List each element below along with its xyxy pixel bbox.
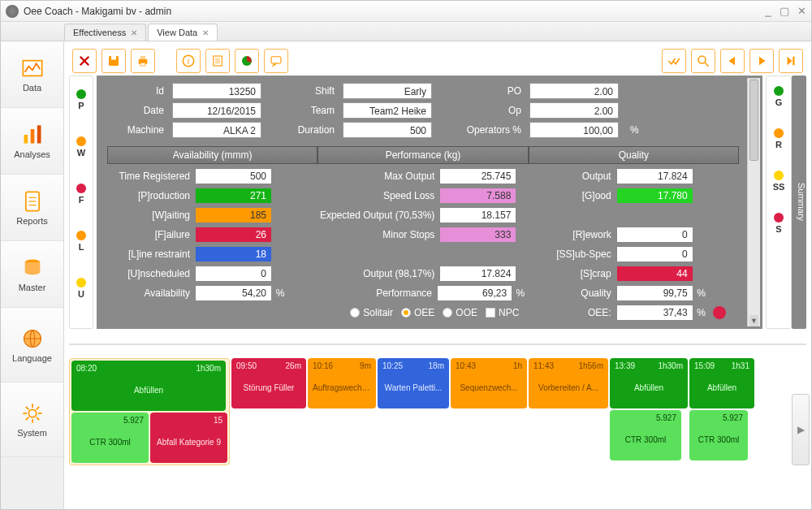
availability-val[interactable]: 54,20 (195, 285, 272, 301)
line-restraint-val[interactable]: 18 (195, 246, 272, 262)
tab-close-icon[interactable]: ✕ (131, 28, 137, 37)
scroll-down-icon[interactable]: ▼ (749, 315, 758, 326)
rework-val[interactable]: 0 (616, 227, 693, 243)
save-button[interactable] (102, 49, 126, 73)
timeline-block[interactable]: 11:431h56mVorbereiten / A... (529, 358, 608, 408)
scroll-thumb[interactable] (749, 80, 758, 161)
performance-val[interactable]: 69,23 (437, 285, 512, 301)
nav-reports[interactable]: Reports (1, 175, 63, 241)
radio-ooe[interactable]: OOE (443, 307, 477, 318)
timeline-next-button[interactable]: ▶ (792, 394, 810, 465)
production-val[interactable]: 271 (195, 188, 272, 204)
svg-rect-24 (140, 56, 145, 59)
dot-s[interactable]: S (774, 213, 784, 234)
speed-loss[interactable]: 7.588 (439, 188, 516, 204)
comment-button[interactable] (264, 49, 288, 73)
timeline-block[interactable]: 10:169mAuftragswechs... (308, 358, 376, 408)
scrollbar[interactable]: ▲ ▼ (747, 78, 760, 326)
timeline-sub-block[interactable]: 5.927CTR 300ml (610, 410, 681, 460)
tab-view-data[interactable]: View Data ✕ (148, 24, 218, 41)
subspec-val[interactable]: 0 (616, 246, 693, 262)
timeline-group[interactable]: 10:2518mWarten Paletti... (378, 358, 449, 465)
timeline-group[interactable]: 10:169mAuftragswechs... (308, 358, 376, 465)
svg-point-10 (28, 409, 36, 417)
dot-l[interactable]: L (76, 231, 86, 252)
po-field[interactable]: 2.00 (529, 83, 619, 99)
dot-r[interactable]: R (774, 128, 784, 149)
perf-output[interactable]: 17.824 (439, 266, 516, 282)
svg-marker-37 (759, 57, 766, 66)
summary-tab[interactable]: Summary (792, 76, 806, 329)
check-npc[interactable]: NPC (486, 307, 519, 318)
failure-val[interactable]: 26 (195, 227, 272, 243)
timeline-block[interactable]: 09:5026mStörung Füller (231, 358, 306, 408)
timeline-sub-block[interactable]: 5.927CTR 300ml (71, 413, 149, 463)
timeline-group[interactable]: 08:201h30mAbfüllen5.927CTR 300ml15Abfall… (69, 358, 230, 465)
timeline-sub-block[interactable]: 15Abfall Kategorie 9 (150, 413, 227, 463)
good-val[interactable]: 17.780 (616, 188, 693, 204)
info-button[interactable]: i (176, 49, 201, 73)
dot-g[interactable]: G (774, 86, 784, 107)
close-icon[interactable]: ✕ (797, 5, 806, 17)
end-button[interactable] (779, 49, 803, 73)
search-button[interactable] (691, 49, 715, 73)
timeline-group[interactable]: 10:431hSequenzwech... (451, 358, 527, 465)
tab-close-icon[interactable]: ✕ (202, 28, 209, 37)
prev-button[interactable] (720, 49, 745, 73)
timeline-group[interactable]: 15:091h31Abfüllen5.927CTR 300ml (689, 358, 754, 465)
nav-data[interactable]: Data (1, 41, 63, 108)
dot-w[interactable]: W (76, 136, 86, 158)
timeline-block[interactable]: 10:431hSequenzwech... (451, 358, 527, 408)
close-button[interactable] (72, 49, 97, 73)
team-field[interactable]: Team2 Heike (343, 102, 432, 119)
waiting-val[interactable]: 185 (195, 207, 272, 223)
time-registered[interactable]: 500 (195, 168, 272, 184)
timeline-group[interactable]: 09:5026mStörung Füller (231, 358, 306, 465)
timeline-block[interactable]: 13:391h30mAbfüllen (610, 358, 688, 408)
scrap-val[interactable]: 44 (616, 266, 693, 282)
confirm-button[interactable] (662, 49, 686, 73)
q-output[interactable]: 17.824 (616, 168, 693, 184)
nav-system[interactable]: System (1, 382, 63, 457)
tab-label: Effectiveness (73, 28, 126, 37)
duration-field[interactable]: 500 (343, 122, 432, 138)
shift-field[interactable]: Early (343, 83, 432, 99)
minor-stops[interactable]: 333 (439, 227, 516, 243)
print-button[interactable] (131, 49, 155, 73)
dot-ss[interactable]: SS (773, 171, 785, 192)
svg-rect-3 (37, 125, 41, 143)
timeline-block[interactable]: 15:091h31Abfüllen (689, 358, 754, 408)
svg-rect-1 (24, 135, 28, 144)
expected-output[interactable]: 18.157 (439, 207, 516, 223)
timeline-sub-block[interactable]: 5.927CTR 300ml (689, 410, 748, 460)
operators-pct-field[interactable]: 100,00 (529, 122, 619, 138)
tab-effectiveness[interactable]: Effectiveness ✕ (64, 24, 146, 41)
dot-p[interactable]: P (76, 89, 86, 110)
radio-oee[interactable]: OEE (401, 307, 434, 318)
op-field[interactable]: 2.00 (529, 102, 619, 119)
timeline-block[interactable]: 10:2518mWarten Paletti... (378, 358, 449, 408)
oee-total[interactable]: 37,43 (616, 305, 693, 321)
notes-button[interactable] (205, 49, 230, 73)
maximize-icon[interactable]: ▢ (780, 5, 789, 17)
pie-button[interactable] (235, 49, 259, 73)
radio-solitair[interactable]: Solitair (350, 307, 393, 318)
svg-line-18 (36, 406, 39, 409)
nav-analyses[interactable]: Analyses (1, 108, 63, 175)
minimize-icon[interactable]: ⎯ (765, 5, 771, 17)
timeline-group[interactable]: 13:391h30mAbfüllen5.927CTR 300ml (610, 358, 688, 465)
quality-val[interactable]: 99,75 (616, 285, 693, 301)
unscheduled-val[interactable]: 0 (195, 266, 272, 282)
dot-f[interactable]: F (76, 184, 86, 205)
id-field[interactable]: 13250 (172, 83, 261, 99)
max-output[interactable]: 25.745 (439, 168, 516, 184)
timeline-block[interactable]: 08:201h30mAbfüllen (71, 361, 226, 411)
timeline-group[interactable]: 11:431h56mVorbereiten / A... (529, 358, 608, 465)
nav-master[interactable]: Master (1, 241, 63, 308)
svg-rect-2 (30, 129, 34, 144)
date-field[interactable]: 12/16/2015 (172, 102, 261, 119)
nav-language[interactable]: Language (1, 308, 63, 382)
machine-field[interactable]: ALKA 2 (172, 122, 261, 138)
play-button[interactable] (749, 49, 774, 73)
dot-u[interactable]: U (76, 278, 86, 299)
